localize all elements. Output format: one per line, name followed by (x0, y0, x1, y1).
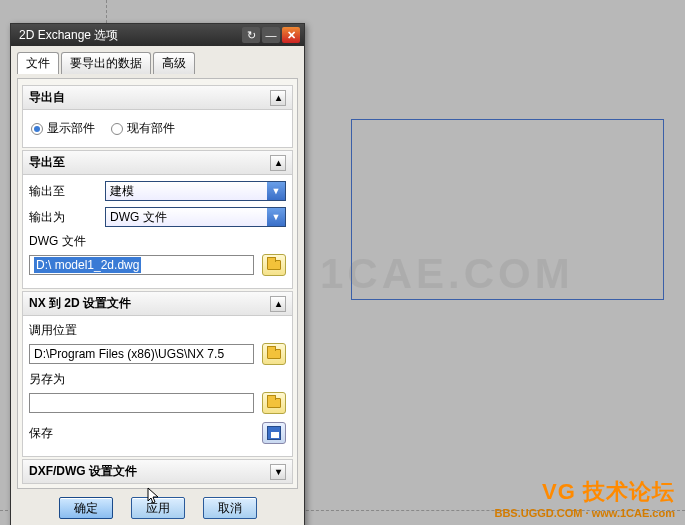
chevron-down-icon: ▼ (267, 182, 285, 200)
browse-load-button[interactable] (262, 343, 286, 365)
section-export-to-body: 输出至 建模 ▼ 输出为 DWG 文件 ▼ DWG 文件 (22, 175, 293, 289)
watermark-url: BBS.UGGD.COM · www.1CAE.com (494, 507, 675, 519)
chevron-up-icon[interactable]: ▴ (270, 155, 286, 171)
chevron-up-icon[interactable]: ▴ (270, 90, 286, 106)
dwg-file-input[interactable]: D:\ model1_2d.dwg (29, 255, 254, 275)
section-export-from-title: 导出自 (29, 89, 65, 106)
radio-current-part-label: 现有部件 (127, 120, 175, 137)
tab-advanced[interactable]: 高级 (153, 52, 195, 74)
browse-dwg-button[interactable] (262, 254, 286, 276)
folder-icon (267, 398, 281, 408)
minimize-button[interactable]: — (262, 27, 280, 43)
folder-icon (267, 349, 281, 359)
saveas-input[interactable] (29, 393, 254, 413)
section-export-from-header[interactable]: 导出自 ▴ (22, 85, 293, 110)
output-to-value: 建模 (110, 183, 134, 200)
tab-export-data[interactable]: 要导出的数据 (61, 52, 151, 74)
section-export-to-header[interactable]: 导出至 ▴ (22, 150, 293, 175)
titlebar[interactable]: 2D Exchange 选项 ↻ — ✕ (11, 24, 304, 46)
dialog-footer: 确定 应用 取消 (17, 489, 298, 521)
chevron-down-icon[interactable]: ▾ (270, 464, 286, 480)
chevron-down-icon: ▼ (267, 208, 285, 226)
chevron-up-icon[interactable]: ▴ (270, 296, 286, 312)
section-dxfdwg-header[interactable]: DXF/DWG 设置文件 ▾ (22, 459, 293, 484)
tab-file[interactable]: 文件 (17, 52, 59, 74)
saveas-label: 另存为 (29, 372, 65, 386)
browse-saveas-button[interactable] (262, 392, 286, 414)
save-button[interactable] (262, 422, 286, 444)
output-as-value: DWG 文件 (110, 209, 167, 226)
output-to-label: 输出至 (29, 183, 101, 200)
close-button[interactable]: ✕ (282, 27, 300, 43)
apply-button[interactable]: 应用 (131, 497, 185, 519)
dwg-file-value: D:\ model1_2d.dwg (34, 257, 141, 273)
dialog-2d-exchange-options: 2D Exchange 选项 ↻ — ✕ 文件 要导出的数据 高级 导出自 ▴ … (10, 23, 305, 525)
radio-icon (31, 123, 43, 135)
cancel-button[interactable]: 取消 (203, 497, 257, 519)
canvas-rectangle (351, 119, 664, 300)
output-as-label: 输出为 (29, 209, 101, 226)
floppy-icon (267, 426, 281, 440)
load-location-input[interactable]: D:\Program Files (x86)\UGS\NX 7.5 (29, 344, 254, 364)
tab-file-panel: 导出自 ▴ 显示部件 现有部件 导出至 ▴ (17, 78, 298, 489)
output-as-select[interactable]: DWG 文件 ▼ (105, 207, 286, 227)
section-export-from-body: 显示部件 现有部件 (22, 110, 293, 148)
load-location-value: D:\Program Files (x86)\UGS\NX 7.5 (34, 347, 224, 361)
window-title: 2D Exchange 选项 (19, 27, 242, 44)
watermark: VG 技术论坛 BBS.UGGD.COM · www.1CAE.com (494, 477, 675, 519)
radio-icon (111, 123, 123, 135)
folder-icon (267, 260, 281, 270)
save-label: 保存 (29, 425, 254, 442)
radio-show-part[interactable]: 显示部件 (31, 120, 95, 137)
ok-button[interactable]: 确定 (59, 497, 113, 519)
load-location-label: 调用位置 (29, 323, 77, 337)
reset-button[interactable]: ↻ (242, 27, 260, 43)
section-export-to-title: 导出至 (29, 154, 65, 171)
radio-current-part[interactable]: 现有部件 (111, 120, 175, 137)
dwg-file-label: DWG 文件 (29, 234, 86, 248)
watermark-logo: VG 技术论坛 (494, 477, 675, 507)
section-nx2d-header[interactable]: NX 到 2D 设置文件 ▴ (22, 291, 293, 316)
tab-bar: 文件 要导出的数据 高级 (17, 52, 298, 74)
output-to-select[interactable]: 建模 ▼ (105, 181, 286, 201)
radio-show-part-label: 显示部件 (47, 120, 95, 137)
section-dxfdwg-title: DXF/DWG 设置文件 (29, 463, 137, 480)
section-nx2d-title: NX 到 2D 设置文件 (29, 295, 131, 312)
section-nx2d-body: 调用位置 D:\Program Files (x86)\UGS\NX 7.5 另… (22, 316, 293, 457)
